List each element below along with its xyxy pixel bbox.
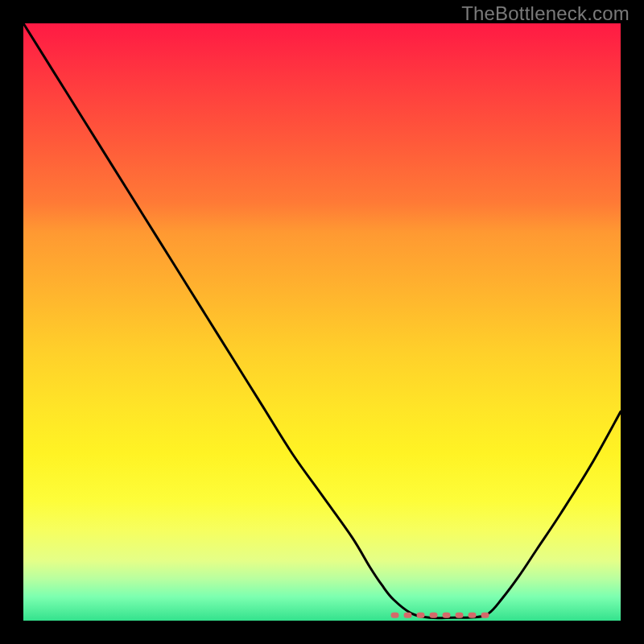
bottleneck-curve-svg: [23, 23, 621, 621]
bottleneck-curve: [23, 23, 621, 618]
plot-area: [23, 23, 621, 621]
chart-container: TheBottleneck.com: [0, 0, 644, 644]
watermark-text: TheBottleneck.com: [461, 2, 630, 25]
